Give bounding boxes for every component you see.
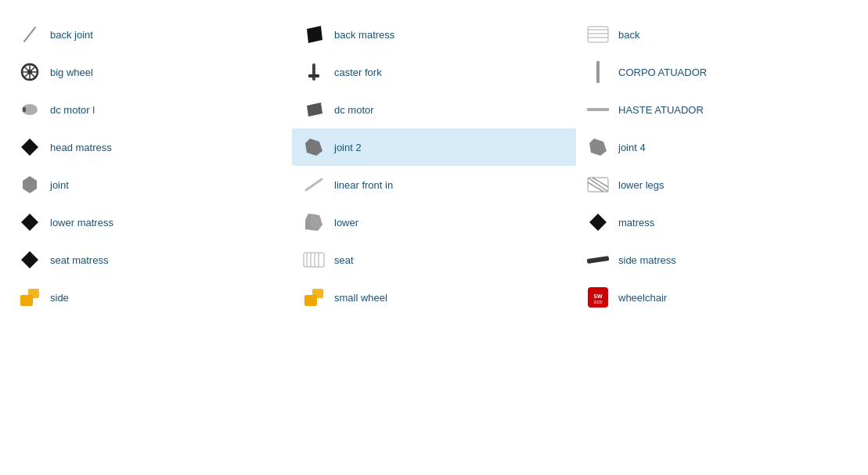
item-big-wheel[interactable]: big wheel — [8, 53, 292, 91]
item-seat[interactable]: seat — [292, 241, 576, 279]
item-back-matress[interactable]: back matress — [292, 16, 576, 53]
column-2: back matress caster fork dc motor — [292, 16, 576, 316]
head-matress-icon — [17, 135, 42, 160]
svg-text:SW: SW — [593, 293, 603, 299]
parts-grid: back joint big wheel — [0, 0, 868, 332]
matress-label: matress — [618, 217, 654, 229]
item-joint-2[interactable]: joint 2 — [292, 128, 576, 166]
item-matress[interactable]: matress — [576, 203, 860, 241]
item-back-joint[interactable]: back joint — [8, 16, 292, 53]
small-wheel-label: small wheel — [334, 292, 387, 304]
joint-label: joint — [50, 179, 69, 191]
item-side-matress[interactable]: side matress — [576, 241, 860, 279]
dc-motor-l-label: dc motor l — [50, 104, 95, 116]
back-matress-label: back matress — [334, 29, 394, 41]
haste-atuador-icon — [585, 97, 610, 122]
big-wheel-icon — [17, 59, 42, 85]
back-icon — [585, 22, 610, 47]
lower-label: lower — [334, 217, 358, 229]
linear-front-in-label: linear front in — [334, 179, 393, 191]
joint-2-label: joint 2 — [334, 142, 362, 153]
item-lower-matress[interactable]: lower matress — [8, 203, 292, 241]
column-3: back CORPO ATUADOR HASTE ATUADOR — [576, 16, 860, 316]
item-back[interactable]: back — [576, 16, 860, 53]
column-1: back joint big wheel — [8, 16, 292, 316]
dc-motor-icon — [301, 97, 326, 122]
item-linear-front-in[interactable]: linear front in — [292, 166, 576, 203]
haste-atuador-label: HASTE ATUADOR — [618, 104, 704, 116]
joint-2-icon — [301, 135, 326, 160]
item-joint-4[interactable]: joint 4 — [576, 128, 860, 166]
head-matress-label: head matress — [50, 142, 112, 153]
seat-matress-label: seat matress — [50, 254, 108, 266]
side-label: side — [50, 292, 69, 304]
item-seat-matress[interactable]: seat matress — [8, 241, 292, 279]
item-joint[interactable]: joint — [8, 166, 292, 203]
dc-motor-label: dc motor — [334, 104, 374, 116]
dc-motor-l-icon — [17, 97, 42, 122]
item-lower-legs[interactable]: lower legs — [576, 166, 860, 203]
seat-icon — [301, 247, 326, 272]
svg-marker-36 — [589, 139, 607, 156]
svg-rect-34 — [596, 61, 600, 83]
seat-label: seat — [334, 254, 354, 266]
back-joint-label: back joint — [50, 29, 93, 41]
item-caster-fork[interactable]: caster fork — [292, 53, 576, 91]
side-matress-icon — [585, 247, 610, 272]
back-label: back — [618, 29, 639, 41]
lower-matress-label: lower matress — [50, 217, 113, 229]
svg-marker-11 — [21, 214, 38, 231]
caster-fork-label: caster fork — [334, 67, 382, 78]
joint-4-label: joint 4 — [618, 142, 646, 153]
matress-icon — [585, 210, 610, 235]
wheelchair-icon: SW 2020 — [585, 285, 610, 310]
svg-rect-16 — [312, 63, 315, 81]
svg-rect-17 — [308, 74, 319, 77]
joint-4-icon — [585, 135, 610, 160]
svg-text:2020: 2020 — [593, 300, 602, 304]
lower-legs-label: lower legs — [618, 179, 665, 191]
svg-line-20 — [306, 179, 322, 190]
svg-marker-9 — [21, 139, 38, 156]
back-matress-icon — [301, 22, 326, 47]
svg-rect-42 — [587, 256, 609, 264]
item-small-wheel[interactable]: small wheel — [292, 279, 576, 316]
svg-marker-12 — [21, 251, 38, 268]
wheelchair-label: wheelchair — [618, 292, 667, 304]
svg-marker-15 — [307, 26, 322, 43]
svg-rect-14 — [28, 289, 39, 298]
item-dc-motor[interactable]: dc motor — [292, 91, 576, 128]
side-icon — [17, 285, 42, 310]
seat-matress-icon — [17, 247, 42, 272]
lower-icon — [301, 210, 326, 235]
item-dc-motor-l[interactable]: dc motor l — [8, 91, 292, 128]
svg-marker-18 — [307, 103, 322, 117]
svg-rect-8 — [23, 107, 26, 112]
lower-legs-icon — [585, 172, 610, 197]
svg-rect-29 — [312, 289, 323, 298]
item-lower[interactable]: lower — [292, 203, 576, 241]
joint-icon — [17, 172, 42, 197]
item-haste-atuador[interactable]: HASTE ATUADOR — [576, 91, 860, 128]
linear-front-in-icon — [301, 172, 326, 197]
item-corpo-atuador[interactable]: CORPO ATUADOR — [576, 53, 860, 91]
small-wheel-icon — [301, 285, 326, 310]
svg-rect-30 — [588, 27, 608, 42]
svg-marker-41 — [589, 214, 607, 231]
svg-marker-10 — [23, 176, 37, 193]
lower-matress-icon — [17, 210, 42, 235]
svg-line-0 — [24, 27, 35, 41]
svg-marker-19 — [305, 139, 322, 156]
caster-fork-icon — [301, 59, 326, 85]
svg-rect-35 — [587, 108, 609, 111]
side-matress-label: side matress — [618, 254, 676, 266]
item-head-matress[interactable]: head matress — [8, 128, 292, 166]
back-joint-icon — [17, 22, 42, 47]
item-side[interactable]: side — [8, 279, 292, 316]
corpo-atuador-icon — [585, 59, 610, 85]
big-wheel-label: big wheel — [50, 67, 93, 78]
corpo-atuador-label: CORPO ATUADOR — [618, 67, 707, 78]
item-wheelchair[interactable]: SW 2020 wheelchair — [576, 279, 860, 316]
